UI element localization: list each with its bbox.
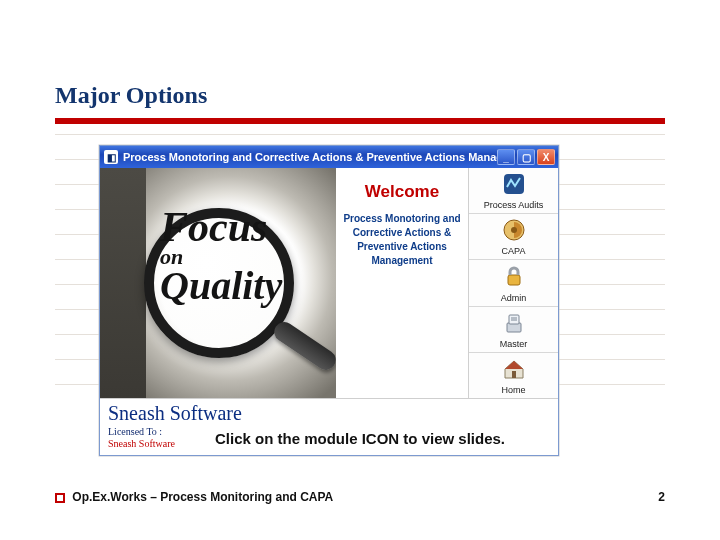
client-area: Focus on Quality Welcome Process Monotor… — [100, 168, 558, 398]
module-label: CAPA — [502, 246, 526, 256]
titlebar: ◧ Process Monotoring and Corrective Acti… — [100, 146, 558, 168]
window-buttons: _ ▢ X — [497, 149, 555, 165]
home-icon — [501, 356, 527, 382]
slide-container: Major Options ◧ Process Monotoring and C… — [0, 0, 720, 540]
master-icon — [501, 310, 527, 336]
hero-line3: Quality — [160, 266, 282, 306]
process-audits-icon — [501, 171, 527, 197]
app-icon: ◧ — [104, 150, 118, 164]
title-area: Major Options — [55, 82, 207, 117]
page-number: 2 — [658, 490, 665, 504]
footer-left: Op.Ex.Works – Process Monitoring and CAP… — [55, 490, 333, 504]
slide-caption: Click on the module ICON to view slides. — [0, 430, 720, 447]
slide-title: Major Options — [55, 82, 207, 109]
slide-footer: Op.Ex.Works – Process Monitoring and CAP… — [55, 490, 665, 504]
admin-icon — [501, 264, 527, 290]
hero-text: Focus on Quality — [160, 206, 282, 306]
footer-bullet-icon — [55, 493, 65, 503]
product-line3: Management — [342, 254, 462, 268]
maximize-button[interactable]: ▢ — [517, 149, 535, 165]
footer-text: Op.Ex.Works – Process Monitoring and CAP… — [72, 490, 333, 504]
module-process-audits[interactable]: Process Audits — [469, 168, 558, 214]
magnifier-handle-icon — [270, 318, 336, 374]
svg-rect-3 — [508, 275, 520, 285]
close-button[interactable]: X — [537, 149, 555, 165]
module-label: Home — [501, 385, 525, 395]
title-underline — [55, 118, 665, 124]
module-label: Admin — [501, 293, 527, 303]
hero-line1: Focus — [160, 206, 282, 248]
brand-name: Sneash Software — [108, 403, 550, 423]
module-label: Process Audits — [484, 200, 544, 210]
svg-rect-8 — [512, 371, 516, 378]
hero-image: Focus on Quality — [100, 168, 336, 398]
product-description: Process Monotoring and Corrective Action… — [342, 212, 462, 268]
module-label: Master — [500, 339, 528, 349]
modules-panel: Process Audits CAPA Admin — [468, 168, 558, 398]
app-window: ◧ Process Monotoring and Corrective Acti… — [99, 145, 559, 456]
module-capa[interactable]: CAPA — [469, 214, 558, 260]
center-pane: Welcome Process Monotoring and Correctiv… — [336, 168, 468, 398]
module-admin[interactable]: Admin — [469, 260, 558, 306]
svg-point-2 — [511, 227, 517, 233]
minimize-button[interactable]: _ — [497, 149, 515, 165]
window-title: Process Monotoring and Corrective Action… — [123, 151, 497, 163]
welcome-heading: Welcome — [342, 182, 462, 202]
capa-icon — [501, 217, 527, 243]
product-line2: Corrective Actions & Preventive Actions — [342, 226, 462, 254]
module-master[interactable]: Master — [469, 307, 558, 353]
product-line1: Process Monotoring and — [342, 212, 462, 226]
module-home[interactable]: Home — [469, 353, 558, 398]
